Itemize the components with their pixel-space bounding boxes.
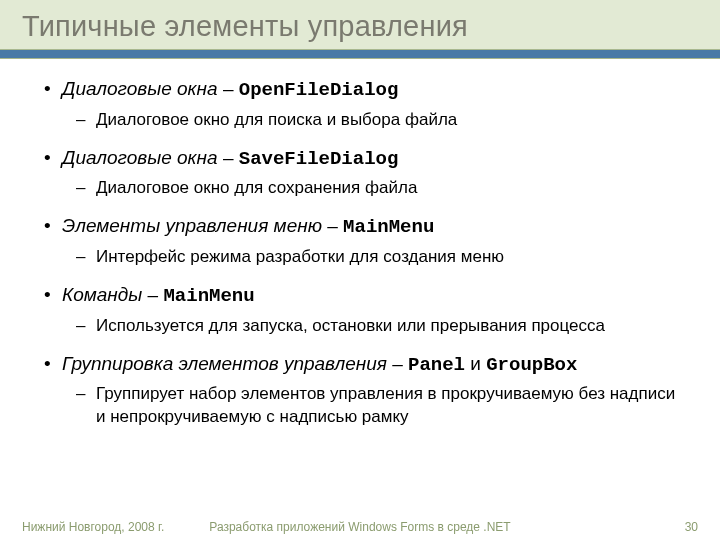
list-item: Диалоговые окна – SaveFileDialog Диалого… [62,146,680,201]
sub-list: Используется для запуска, остановки или … [62,315,680,338]
title-block: Типичные элементы управления [0,0,720,49]
item-code: OpenFileDialog [239,79,399,101]
item-code: Panel [408,354,465,376]
sub-item: Используется для запуска, остановки или … [96,315,680,338]
item-term: Диалоговые окна [62,147,218,168]
slide-body: Диалоговые окна – OpenFileDialog Диалого… [0,59,720,429]
list-item: Диалоговые окна – OpenFileDialog Диалого… [62,77,680,132]
item-term: Диалоговые окна [62,78,218,99]
item-code2: GroupBox [486,354,577,376]
sub-list: Диалоговое окно для поиска и выбора файл… [62,109,680,132]
sub-list: Интерфейс режима разработки для создания… [62,246,680,269]
item-term: Группировка элементов управления [62,353,387,374]
sub-list: Группирует набор элементов управления в … [62,383,680,429]
item-term: Команды [62,284,142,305]
slide: Типичные элементы управления Диалоговые … [0,0,720,540]
sub-item: Диалоговое окно для сохранения файла [96,177,680,200]
sub-item: Группирует набор элементов управления в … [96,383,680,429]
item-code: SaveFileDialog [239,148,399,170]
item-code: MainMenu [343,216,434,238]
sub-list: Диалоговое окно для сохранения файла [62,177,680,200]
list-item: Команды – MainMenu Используется для запу… [62,283,680,338]
list-item: Элементы управления меню – MainMenu Инте… [62,214,680,269]
item-code: MainMenu [163,285,254,307]
list-item: Группировка элементов управления – Panel… [62,352,680,430]
sub-item: Диалоговое окно для поиска и выбора файл… [96,109,680,132]
sub-item: Интерфейс режима разработки для создания… [96,246,680,269]
slide-title: Типичные элементы управления [22,10,698,43]
footer-center: Разработка приложений Windows Forms в ср… [0,520,720,534]
item-term: Элементы управления меню [62,215,322,236]
bullet-list: Диалоговые окна – OpenFileDialog Диалого… [40,77,680,429]
item-and: и [465,353,486,374]
footer-page-number: 30 [685,520,698,534]
accent-bar [0,49,720,59]
